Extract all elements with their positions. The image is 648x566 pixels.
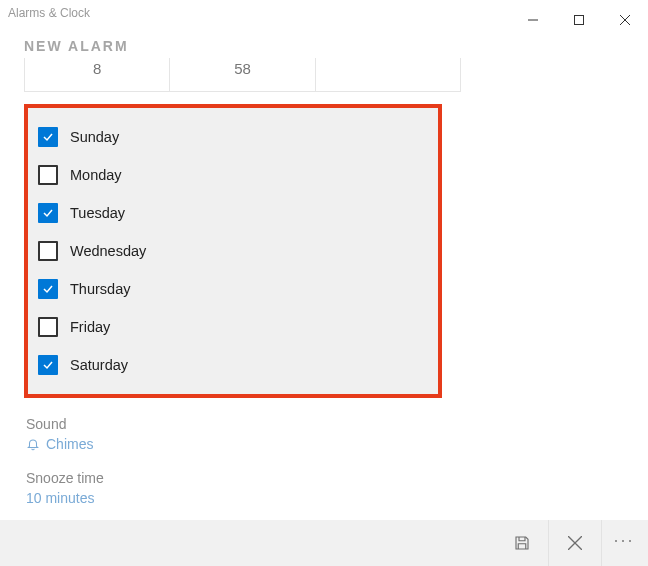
svg-rect-1 [575, 16, 584, 25]
page-title: NEW ALARM [0, 32, 648, 58]
day-checkbox[interactable] [38, 355, 58, 375]
day-checkbox[interactable] [38, 127, 58, 147]
day-label: Wednesday [70, 243, 146, 259]
minimize-icon [528, 15, 538, 25]
save-button[interactable] [498, 520, 546, 566]
maximize-icon [574, 15, 584, 25]
more-button[interactable]: ··· [604, 520, 644, 566]
window-title: Alarms & Clock [8, 6, 90, 20]
day-checkbox[interactable] [38, 317, 58, 337]
snooze-value: 10 minutes [26, 490, 94, 506]
sound-picker[interactable]: Chimes [26, 436, 648, 452]
snooze-picker[interactable]: 10 minutes [26, 490, 648, 506]
day-label: Monday [70, 167, 122, 183]
cmd-divider [548, 520, 549, 566]
day-row[interactable]: Sunday [38, 118, 428, 156]
day-label: Tuesday [70, 205, 125, 221]
time-minute[interactable]: 58 [170, 58, 315, 91]
time-hour[interactable]: 8 [25, 58, 170, 91]
window-controls [510, 6, 648, 34]
day-checkbox[interactable] [38, 279, 58, 299]
day-row[interactable]: Saturday [38, 346, 428, 384]
cmd-divider [601, 520, 602, 566]
day-row[interactable]: Thursday [38, 270, 428, 308]
close-button[interactable] [602, 6, 648, 34]
day-row[interactable]: Wednesday [38, 232, 428, 270]
day-row[interactable]: Monday [38, 156, 428, 194]
minimize-button[interactable] [510, 6, 556, 34]
day-checkbox[interactable] [38, 241, 58, 261]
day-label: Sunday [70, 129, 119, 145]
save-icon [513, 534, 531, 552]
day-checkbox[interactable] [38, 165, 58, 185]
bell-icon [26, 437, 40, 451]
checkmark-icon [42, 207, 54, 219]
cancel-icon [568, 536, 582, 550]
maximize-button[interactable] [556, 6, 602, 34]
day-row[interactable]: Friday [38, 308, 428, 346]
day-label: Thursday [70, 281, 130, 297]
day-checkbox[interactable] [38, 203, 58, 223]
more-icon: ··· [613, 530, 634, 551]
checkmark-icon [42, 283, 54, 295]
time-ampm[interactable] [316, 58, 460, 91]
repeat-days-panel: SundayMondayTuesdayWednesdayThursdayFrid… [24, 104, 442, 398]
day-label: Friday [70, 319, 110, 335]
snooze-label: Snooze time [26, 470, 648, 486]
checkmark-icon [42, 131, 54, 143]
checkmark-icon [42, 359, 54, 371]
day-row[interactable]: Tuesday [38, 194, 428, 232]
day-label: Saturday [70, 357, 128, 373]
sound-label: Sound [26, 416, 648, 432]
sound-value: Chimes [46, 436, 93, 452]
command-bar: ··· [0, 520, 648, 566]
cancel-button[interactable] [551, 520, 599, 566]
time-picker[interactable]: 8 58 [24, 58, 461, 92]
close-icon [620, 15, 630, 25]
